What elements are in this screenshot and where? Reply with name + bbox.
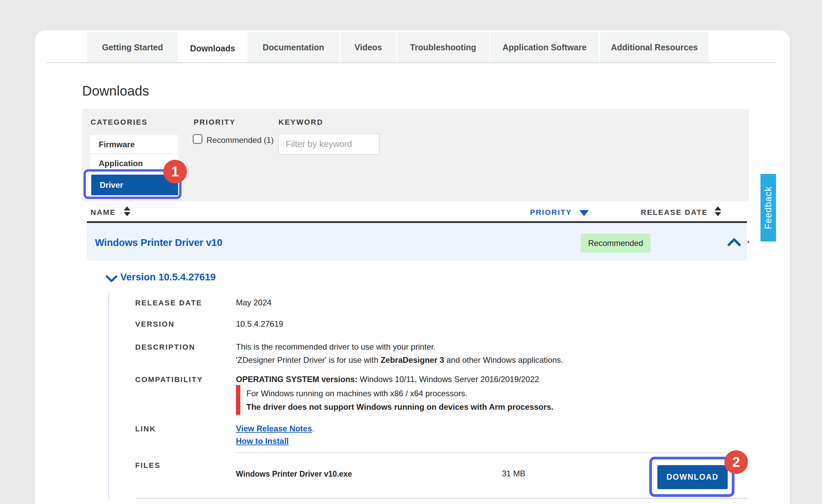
category-item-firmware[interactable]: Firmware: [90, 135, 178, 154]
stray-dot: [748, 241, 749, 243]
link-label: LINK: [135, 425, 156, 433]
warning-red-bar: [236, 385, 240, 415]
recommended-checkbox[interactable]: [193, 134, 202, 144]
file-name: Windows Printer Driver v10.exe: [236, 469, 352, 479]
priority-sort-desc-icon[interactable]: [579, 210, 589, 216]
os-versions-bold: OPERATING SYSTEM versions:: [236, 375, 358, 384]
description-line1: This is the recommended driver to use wi…: [236, 342, 436, 352]
compatibility-note-line1: For Windows running on machines with x86…: [246, 388, 467, 399]
description-line2-bold: ZebraDesigner 3: [381, 355, 444, 364]
download-button[interactable]: DOWNLOAD: [657, 465, 728, 489]
files-top-divider: [236, 452, 728, 453]
tab-troubleshooting[interactable]: Troubleshooting: [397, 32, 489, 63]
os-versions-rest: Windows 10/11, Windows Server 2016/2019/…: [358, 375, 539, 384]
annotation-step2-badge: 2: [724, 450, 748, 474]
keyword-filter-input[interactable]: [278, 133, 380, 155]
recommended-checkbox-label[interactable]: Recommended (1): [207, 135, 274, 145]
recommended-badge: Recommended: [581, 233, 651, 253]
release-notes-line: View Release Notes.: [236, 424, 314, 434]
column-header-priority[interactable]: PRIORITY: [530, 208, 572, 217]
tab-downloads[interactable]: Downloads: [179, 32, 246, 65]
release-notes-period: .: [312, 424, 314, 433]
compatibility-label: COMPATIBILITY: [135, 375, 203, 384]
how-to-install-line: How to Install: [236, 436, 289, 446]
tab-videos[interactable]: Videos: [340, 32, 396, 63]
tab-application-software[interactable]: Application Software: [490, 32, 599, 63]
feedback-label: Feedback: [763, 186, 774, 229]
filter-panel: [82, 109, 749, 201]
file-size: 31 MB: [502, 469, 525, 479]
description-line2-suffix: and other Windows applications.: [444, 355, 563, 364]
files-bottom-divider: [136, 498, 747, 499]
annotation-step1-badge: 1: [163, 160, 187, 183]
files-label: FILES: [135, 461, 161, 470]
priority-label: PRIORITY: [194, 118, 236, 127]
how-to-install-link[interactable]: How to Install: [236, 436, 289, 446]
tabbar-divider: [46, 62, 776, 63]
sort-icon-name[interactable]: [124, 206, 130, 216]
version-value: 10.5.4.27619: [236, 319, 283, 329]
sort-down-arrow: [124, 212, 130, 216]
description-line2-prefix: 'ZDesigner Printer Driver' is for use wi…: [236, 355, 381, 364]
tabbar: Getting Started Downloads Documentation …: [87, 32, 709, 63]
release-date-value: May 2024: [236, 298, 271, 308]
sort-up-arrow: [124, 206, 130, 210]
version-heading[interactable]: Version 10.5.4.27619: [120, 272, 216, 283]
description-label: DESCRIPTION: [135, 343, 195, 352]
page-title: Downloads: [82, 83, 149, 99]
compatibility-note-line2: The driver does not support Windows runn…: [246, 402, 553, 412]
os-compatibility-line: OPERATING SYSTEM versions: Windows 10/11…: [236, 374, 539, 384]
column-header-name[interactable]: NAME: [91, 208, 116, 217]
screen: Getting Started Downloads Documentation …: [0, 0, 822, 504]
feedback-tab[interactable]: Feedback: [760, 174, 776, 242]
release-date-label: RELEASE DATE: [135, 299, 202, 307]
tab-getting-started[interactable]: Getting Started: [87, 32, 178, 63]
sort-down-arrow: [715, 212, 721, 216]
details-vertical-rule: [108, 293, 109, 499]
column-header-release-date[interactable]: RELEASE DATE: [641, 208, 708, 217]
view-release-notes-link[interactable]: View Release Notes: [236, 424, 312, 433]
version-label: VERSION: [135, 320, 175, 329]
collapse-chevron-icon[interactable]: [727, 237, 741, 248]
description-line2: 'ZDesigner Printer Driver' is for use wi…: [236, 355, 563, 365]
categories-label: CATEGORIES: [91, 118, 148, 127]
sort-icon-release-date[interactable]: [715, 206, 721, 216]
tab-additional-resources[interactable]: Additional Resources: [600, 32, 709, 63]
driver-name-link[interactable]: Windows Printer Driver v10: [95, 237, 222, 248]
expand-chevron-icon[interactable]: [105, 275, 118, 284]
keyword-label: KEYWORD: [279, 118, 323, 127]
tab-documentation[interactable]: Documentation: [247, 32, 339, 63]
sort-up-arrow: [715, 206, 721, 210]
